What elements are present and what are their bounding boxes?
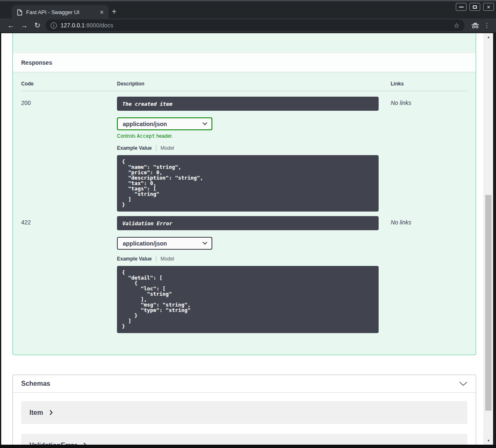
accept-header-note: Controls Accept header.: [117, 133, 391, 139]
browser-toolbar: ← → ↻ i 127.0.0.1:8000/docs ☆ ⋮: [0, 18, 496, 33]
schemas-title: Schemas: [21, 380, 50, 387]
responses-header-row: Code Description Links: [21, 78, 467, 91]
close-button[interactable]: ×: [483, 3, 494, 11]
schema-model-validationerror[interactable]: ValidationError: [21, 434, 467, 445]
schemas-header[interactable]: Schemas: [13, 375, 476, 393]
url-host: 127.0.0.1: [61, 22, 85, 29]
chevron-down-icon: [202, 240, 207, 244]
back-button[interactable]: ←: [4, 21, 17, 30]
browser-menu-button[interactable]: ⋮: [482, 22, 492, 29]
browser-tab[interactable]: Fast API - Swagger UI ×: [12, 5, 109, 19]
schemas-body: Item ValidationError: [13, 393, 476, 445]
bookmark-star-icon[interactable]: ☆: [454, 22, 460, 29]
forward-button[interactable]: →: [17, 21, 31, 30]
url-path: :8000/docs: [85, 22, 113, 29]
scroll-down-icon[interactable]: ▼: [484, 439, 493, 443]
tab-separator: [156, 256, 156, 262]
response-row-422: 422 Validation Error application/json Ex…: [21, 212, 467, 333]
response-description-box: The created item: [117, 97, 379, 111]
page-content: Responses Code Description Links 200 The…: [0, 33, 496, 445]
incognito-icon: [469, 22, 482, 29]
post-operation-block: Responses Code Description Links 200 The…: [12, 33, 476, 355]
response-code: 422: [21, 212, 117, 333]
tab-separator: [156, 145, 156, 151]
example-model-tabs: Example Value Model: [117, 145, 391, 151]
responses-section-header: Responses: [13, 53, 476, 72]
opblock-padding: [13, 33, 476, 53]
response-description-text: The created item: [122, 101, 172, 107]
window-controls: ×: [456, 3, 494, 11]
response-description-box: Validation Error: [117, 216, 379, 230]
responses-title: Responses: [21, 59, 52, 66]
tab-example-value[interactable]: Example Value: [117, 145, 152, 151]
media-type-value: application/json: [123, 121, 167, 127]
example-model-tabs: Example Value Model: [117, 256, 391, 262]
chevron-right-icon: [83, 443, 87, 445]
schemas-section: Schemas Item ValidationError: [12, 375, 476, 445]
address-bar[interactable]: i 127.0.0.1:8000/docs ☆: [46, 19, 464, 31]
tab-model[interactable]: Model: [160, 256, 174, 262]
tab-model[interactable]: Model: [160, 145, 174, 151]
col-header-description: Description: [117, 78, 391, 91]
col-header-links: Links: [391, 78, 467, 91]
response-links: No links: [391, 212, 467, 333]
response-description-cell: Validation Error application/json Exampl…: [117, 212, 391, 333]
minimize-icon: [459, 7, 464, 7]
tab-close-icon[interactable]: ×: [98, 9, 105, 16]
response-description-text: Validation Error: [122, 220, 172, 226]
col-header-code: Code: [21, 78, 117, 91]
responses-body: Code Description Links 200 The created i…: [13, 72, 476, 341]
page-icon: [17, 9, 22, 16]
model-name: Item: [29, 409, 43, 416]
response-links: No links: [391, 91, 467, 212]
page-scrollbar[interactable]: ▲ ▼: [484, 33, 493, 445]
media-type-select[interactable]: application/json: [117, 237, 212, 250]
close-icon: ×: [487, 4, 490, 10]
model-name: ValidationError: [29, 442, 77, 445]
tab-example-value[interactable]: Example Value: [117, 256, 152, 262]
tab-title: Fast API - Swagger UI: [26, 9, 95, 15]
scrollbar-thumb[interactable]: [485, 195, 491, 411]
media-type-select[interactable]: application/json: [117, 117, 212, 130]
chevron-right-icon: [49, 410, 53, 415]
example-json-block: { "name": "string", "price": 0, "descrip…: [117, 155, 379, 212]
maximize-button[interactable]: [469, 3, 480, 11]
schema-model-item[interactable]: Item: [21, 401, 467, 424]
scroll-up-icon[interactable]: ▲: [484, 35, 493, 39]
chevron-down-icon[interactable]: [459, 382, 467, 386]
browser-titlebar: Fast API - Swagger UI × + ×: [0, 0, 496, 18]
response-code: 200: [21, 91, 117, 212]
site-info-icon[interactable]: i: [51, 22, 57, 29]
response-row-200: 200 The created item application/json Co…: [21, 91, 467, 212]
reload-button[interactable]: ↻: [31, 21, 44, 30]
url-text: 127.0.0.1:8000/docs: [61, 22, 113, 29]
chevron-down-icon: [202, 120, 207, 125]
new-tab-button[interactable]: +: [108, 6, 120, 17]
maximize-icon: [473, 5, 477, 9]
minimize-button[interactable]: [456, 3, 467, 11]
response-description-cell: The created item application/json Contro…: [117, 91, 391, 212]
example-json-block: { "detail": [ { "loc": [ "string" ], "ms…: [117, 266, 379, 333]
media-type-value: application/json: [123, 240, 167, 247]
